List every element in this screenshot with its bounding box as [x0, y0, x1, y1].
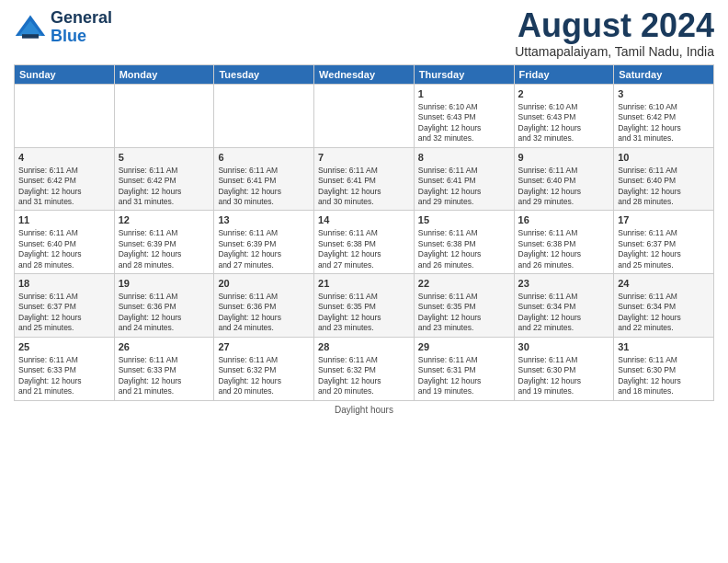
calendar-cell: 15Sunrise: 6:11 AM Sunset: 6:38 PM Dayli…: [414, 211, 514, 274]
calendar-header-friday: Friday: [514, 65, 614, 85]
day-number: 23: [518, 277, 610, 291]
calendar-week-3: 18Sunrise: 6:11 AM Sunset: 6:37 PM Dayli…: [15, 274, 714, 338]
day-info: Sunrise: 6:11 AM Sunset: 6:39 PM Dayligh…: [119, 228, 210, 270]
day-number: 17: [618, 213, 710, 227]
day-number: 13: [218, 213, 310, 227]
day-number: 31: [618, 340, 710, 354]
day-number: 28: [318, 340, 410, 354]
day-info: Sunrise: 6:10 AM Sunset: 6:43 PM Dayligh…: [518, 102, 610, 144]
day-number: 14: [318, 213, 410, 227]
calendar-cell: 2Sunrise: 6:10 AM Sunset: 6:43 PM Daylig…: [514, 85, 614, 148]
calendar-cell: 12Sunrise: 6:11 AM Sunset: 6:39 PM Dayli…: [114, 211, 214, 274]
calendar-cell: [15, 85, 115, 148]
day-info: Sunrise: 6:11 AM Sunset: 6:40 PM Dayligh…: [18, 228, 110, 270]
calendar-cell: 6Sunrise: 6:11 AM Sunset: 6:41 PM Daylig…: [214, 147, 314, 211]
day-number: 1: [418, 87, 510, 101]
calendar-cell: 30Sunrise: 6:11 AM Sunset: 6:30 PM Dayli…: [514, 337, 614, 400]
calendar-cell: 8Sunrise: 6:11 AM Sunset: 6:41 PM Daylig…: [414, 147, 514, 211]
calendar-table: SundayMondayTuesdayWednesdayThursdayFrid…: [14, 64, 714, 401]
calendar-header-saturday: Saturday: [614, 65, 714, 85]
day-info: Sunrise: 6:11 AM Sunset: 6:41 PM Dayligh…: [218, 166, 310, 208]
calendar-header-row: SundayMondayTuesdayWednesdayThursdayFrid…: [15, 65, 714, 85]
calendar-cell: 14Sunrise: 6:11 AM Sunset: 6:38 PM Dayli…: [314, 211, 415, 274]
day-info: Sunrise: 6:11 AM Sunset: 6:36 PM Dayligh…: [119, 292, 210, 334]
calendar-cell: 24Sunrise: 6:11 AM Sunset: 6:34 PM Dayli…: [614, 274, 714, 338]
day-info: Sunrise: 6:11 AM Sunset: 6:41 PM Dayligh…: [418, 166, 510, 208]
day-info: Sunrise: 6:10 AM Sunset: 6:43 PM Dayligh…: [418, 102, 510, 144]
logo: General Blue: [14, 9, 112, 46]
calendar-cell: 20Sunrise: 6:11 AM Sunset: 6:36 PM Dayli…: [214, 274, 314, 338]
calendar-header-tuesday: Tuesday: [214, 65, 314, 85]
day-info: Sunrise: 6:11 AM Sunset: 6:33 PM Dayligh…: [18, 355, 110, 397]
calendar-cell: 29Sunrise: 6:11 AM Sunset: 6:31 PM Dayli…: [414, 337, 514, 400]
day-info: Sunrise: 6:11 AM Sunset: 6:36 PM Dayligh…: [218, 292, 310, 334]
day-number: 30: [518, 340, 610, 354]
calendar-cell: 28Sunrise: 6:11 AM Sunset: 6:32 PM Dayli…: [314, 337, 415, 400]
day-info: Sunrise: 6:11 AM Sunset: 6:30 PM Dayligh…: [618, 355, 710, 397]
day-info: Sunrise: 6:11 AM Sunset: 6:34 PM Dayligh…: [618, 292, 710, 334]
day-info: Sunrise: 6:11 AM Sunset: 6:32 PM Dayligh…: [318, 355, 410, 397]
day-info: Sunrise: 6:11 AM Sunset: 6:37 PM Dayligh…: [618, 228, 710, 270]
day-info: Sunrise: 6:11 AM Sunset: 6:31 PM Dayligh…: [418, 355, 510, 397]
calendar-cell: [114, 85, 214, 148]
day-info: Sunrise: 6:11 AM Sunset: 6:30 PM Dayligh…: [518, 355, 610, 397]
day-info: Sunrise: 6:11 AM Sunset: 6:35 PM Dayligh…: [418, 292, 510, 334]
calendar-cell: 23Sunrise: 6:11 AM Sunset: 6:34 PM Dayli…: [514, 274, 614, 338]
calendar-header-wednesday: Wednesday: [314, 65, 415, 85]
calendar-week-2: 11Sunrise: 6:11 AM Sunset: 6:40 PM Dayli…: [15, 211, 714, 274]
calendar-cell: 31Sunrise: 6:11 AM Sunset: 6:30 PM Dayli…: [614, 337, 714, 400]
day-number: 19: [119, 277, 210, 291]
day-number: 7: [318, 151, 410, 165]
day-info: Sunrise: 6:11 AM Sunset: 6:37 PM Dayligh…: [18, 292, 110, 334]
day-number: 18: [18, 277, 110, 291]
calendar-cell: [314, 85, 415, 148]
day-info: Sunrise: 6:11 AM Sunset: 6:42 PM Dayligh…: [119, 166, 210, 208]
day-info: Sunrise: 6:11 AM Sunset: 6:42 PM Dayligh…: [18, 166, 110, 208]
day-info: Sunrise: 6:11 AM Sunset: 6:41 PM Dayligh…: [318, 166, 410, 208]
logo-text: General Blue: [51, 9, 112, 46]
calendar-cell: 11Sunrise: 6:11 AM Sunset: 6:40 PM Dayli…: [15, 211, 115, 274]
day-number: 26: [119, 340, 210, 354]
calendar-header-monday: Monday: [114, 65, 214, 85]
calendar-body: 1Sunrise: 6:10 AM Sunset: 6:43 PM Daylig…: [15, 85, 714, 401]
calendar-header-sunday: Sunday: [15, 65, 115, 85]
calendar-week-1: 4Sunrise: 6:11 AM Sunset: 6:42 PM Daylig…: [15, 147, 714, 211]
calendar-cell: 3Sunrise: 6:10 AM Sunset: 6:42 PM Daylig…: [614, 85, 714, 148]
title-section: August 2024 Uttamapalaiyam, Tamil Nadu, …: [515, 9, 714, 59]
day-number: 6: [218, 151, 310, 165]
day-number: 20: [218, 277, 310, 291]
day-number: 24: [618, 277, 710, 291]
day-number: 8: [418, 151, 510, 165]
logo-line2: Blue: [51, 28, 112, 46]
day-number: 16: [518, 213, 610, 227]
day-number: 25: [18, 340, 110, 354]
calendar-cell: 19Sunrise: 6:11 AM Sunset: 6:36 PM Dayli…: [114, 274, 214, 338]
day-number: 27: [218, 340, 310, 354]
logo-line1: General: [51, 9, 112, 28]
day-number: 11: [18, 213, 110, 227]
page: General Blue August 2024 Uttamapalaiyam,…: [0, 0, 728, 563]
calendar-header-thursday: Thursday: [414, 65, 514, 85]
day-number: 29: [418, 340, 510, 354]
day-number: 9: [518, 151, 610, 165]
day-info: Sunrise: 6:10 AM Sunset: 6:42 PM Dayligh…: [618, 102, 710, 144]
day-info: Sunrise: 6:11 AM Sunset: 6:38 PM Dayligh…: [318, 228, 410, 270]
calendar-cell: 5Sunrise: 6:11 AM Sunset: 6:42 PM Daylig…: [114, 147, 214, 211]
calendar-cell: 25Sunrise: 6:11 AM Sunset: 6:33 PM Dayli…: [15, 337, 115, 400]
calendar-cell: 16Sunrise: 6:11 AM Sunset: 6:38 PM Dayli…: [514, 211, 614, 274]
day-number: 12: [119, 213, 210, 227]
day-info: Sunrise: 6:11 AM Sunset: 6:33 PM Dayligh…: [119, 355, 210, 397]
location: Uttamapalaiyam, Tamil Nadu, India: [515, 44, 714, 59]
calendar-cell: 27Sunrise: 6:11 AM Sunset: 6:32 PM Dayli…: [214, 337, 314, 400]
day-info: Sunrise: 6:11 AM Sunset: 6:39 PM Dayligh…: [218, 228, 310, 270]
day-info: Sunrise: 6:11 AM Sunset: 6:38 PM Dayligh…: [518, 228, 610, 270]
calendar-week-4: 25Sunrise: 6:11 AM Sunset: 6:33 PM Dayli…: [15, 337, 714, 400]
calendar-cell: 13Sunrise: 6:11 AM Sunset: 6:39 PM Dayli…: [214, 211, 314, 274]
footer: Daylight hours: [14, 405, 714, 415]
day-info: Sunrise: 6:11 AM Sunset: 6:32 PM Dayligh…: [218, 355, 310, 397]
calendar-week-0: 1Sunrise: 6:10 AM Sunset: 6:43 PM Daylig…: [15, 85, 714, 148]
day-info: Sunrise: 6:11 AM Sunset: 6:40 PM Dayligh…: [618, 166, 710, 208]
header: General Blue August 2024 Uttamapalaiyam,…: [14, 9, 714, 59]
day-info: Sunrise: 6:11 AM Sunset: 6:38 PM Dayligh…: [418, 228, 510, 270]
day-number: 4: [18, 151, 110, 165]
